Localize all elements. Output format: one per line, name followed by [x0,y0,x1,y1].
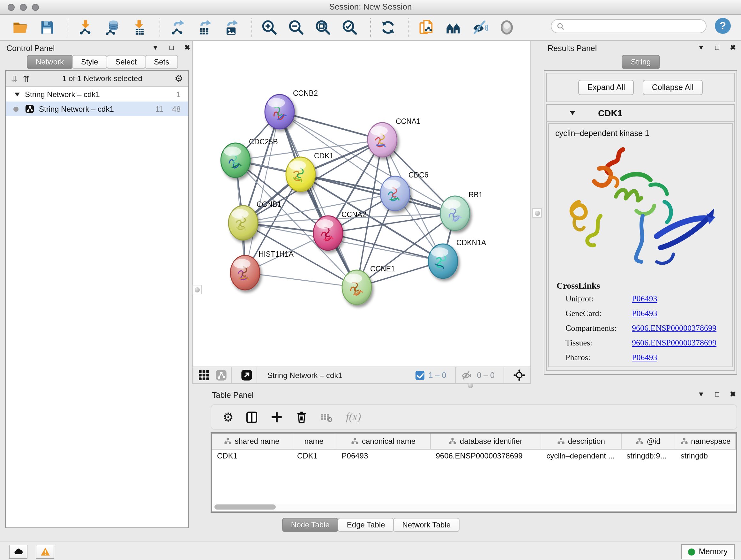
tab-network-table[interactable]: Network Table [394,518,460,532]
node-label: CCNB1 [257,200,281,208]
control-panel-close-icon[interactable]: ✖ [185,44,192,52]
cell-namespace[interactable]: stringdb [676,449,736,463]
column-header-database-identifier[interactable]: database identifier [431,434,542,449]
export-image-icon[interactable] [222,19,239,36]
column-header-name[interactable]: name [292,434,337,449]
column-header-shared-name[interactable]: shared name [212,434,292,449]
hide-selected-icon[interactable] [471,19,488,36]
column-header-canonical-name[interactable]: canonical name [337,434,431,449]
selected-items-checkbox[interactable] [416,371,425,380]
table-settings-gear-icon[interactable]: ⚙ [223,410,233,424]
show-all-icon[interactable] [498,19,515,36]
first-neighbors-icon[interactable] [444,19,461,36]
column-label: description [568,437,605,446]
expand-all-button[interactable]: Expand All [579,80,634,95]
table-panel-float-icon[interactable]: ▼ [697,390,706,398]
table-panel-close-icon[interactable]: ✖ [730,390,737,398]
cell-shared-name[interactable]: CDK1 [212,449,292,463]
expand-all-networks-icon[interactable]: ⇈ [23,74,30,83]
network-node-ccnb2[interactable]: CCNB2 [265,89,318,129]
search-input[interactable] [551,19,706,33]
refresh-icon[interactable] [379,19,396,36]
warnings-button[interactable] [36,545,54,559]
tab-sets[interactable]: Sets [145,55,178,69]
search-field[interactable] [565,20,706,33]
gene-expander-icon[interactable] [570,111,575,115]
collection-expander-icon[interactable] [15,92,20,96]
tab-select[interactable]: Select [106,55,145,69]
fit-selected-crosshair-icon[interactable] [513,369,525,381]
bottom-splitter-handle[interactable] [467,382,474,389]
column-type-icon [557,437,565,445]
network-node-cdk1[interactable]: CDK1 [286,152,333,192]
tab-style[interactable]: Style [72,55,107,69]
copy-network-icon[interactable] [417,19,434,36]
delete-column-trash-icon[interactable] [295,410,308,424]
tab-node-table[interactable]: Node Table [282,518,339,532]
column-label: namespace [691,437,731,446]
import-network-icon[interactable] [77,19,94,36]
save-session-icon[interactable] [38,19,56,36]
collection-label: String Network – cdk1 [25,90,177,99]
zoom-selected-icon[interactable] [341,19,358,36]
import-database-icon[interactable] [104,19,121,36]
network-edge[interactable] [245,112,280,273]
table-scrollbar-thumb[interactable] [214,504,276,509]
cell-description[interactable]: cyclin–dependent ... [541,449,621,463]
network-options-gear-icon[interactable]: ⚙ [175,73,183,84]
table-panel-maximize-icon[interactable]: □ [715,390,721,398]
network-row-selected[interactable]: String Network – cdk1 11 48 [6,102,188,116]
export-network-icon[interactable] [169,19,186,36]
network-node-rb1[interactable]: RB1 [441,191,483,231]
results-panel-maximize-icon[interactable]: □ [715,44,721,52]
network-node-ccne1[interactable]: CCNE1 [342,265,395,305]
crosslink-link[interactable]: P06493 [632,353,657,363]
tab-edge-table[interactable]: Edge Table [338,518,394,532]
results-panel-float-icon[interactable]: ▼ [697,44,706,52]
cell--id[interactable]: stringdb:9... [621,449,675,463]
help-icon[interactable]: ? [715,18,731,34]
detach-view-icon[interactable] [241,369,253,381]
cell-database-identifier[interactable]: 9606.ENSP00000378699 [430,449,541,463]
left-splitter-handle[interactable] [192,285,202,294]
grid-view-icon[interactable] [198,369,210,381]
crosslink-link[interactable]: P06493 [632,294,657,304]
zoom-in-icon[interactable] [260,19,278,36]
table-row[interactable]: CDK1CDK1P064939606.ENSP00000378699cyclin… [212,449,736,463]
open-session-icon[interactable] [11,19,29,36]
network-edge[interactable] [280,112,382,140]
cell-name[interactable]: CDK1 [292,449,337,463]
zoom-out-icon[interactable] [287,19,305,36]
cloud-status-button[interactable] [9,545,27,559]
control-panel-maximize-icon[interactable]: □ [170,44,175,52]
network-edge[interactable] [245,273,357,287]
right-splitter-handle[interactable] [532,208,542,218]
column-header-description[interactable]: description [541,434,621,449]
crosslink-link[interactable]: 9606.ENSP00000378699 [632,338,717,348]
column-header--id[interactable]: @id [621,434,675,449]
tab-string[interactable]: String [622,55,660,69]
network-node-ccnb1[interactable]: CCNB1 [228,200,281,240]
column-header-namespace[interactable]: namespace [676,434,736,449]
collapse-all-button[interactable]: Collapse All [643,80,703,95]
show-columns-icon[interactable] [245,410,259,424]
network-view-icon[interactable] [215,369,227,381]
export-table-icon[interactable] [195,19,212,36]
control-panel-float-icon[interactable]: ▼ [152,44,160,52]
import-table-icon[interactable] [130,19,147,36]
gene-entry-header[interactable]: CDK1 [547,105,734,122]
tab-network[interactable]: Network [27,55,73,69]
zoom-fit-icon[interactable] [314,19,331,36]
crosslink-link[interactable]: P06493 [632,308,657,319]
crosslink-link[interactable]: 9606.ENSP00000378699 [632,323,717,333]
network-collection-row[interactable]: String Network – cdk1 1 [6,87,188,102]
network-node-hist1h1a[interactable]: HIST1H1A [230,250,294,290]
memory-button[interactable]: Memory [681,544,735,559]
network-edge[interactable] [280,112,357,287]
cell-canonical-name[interactable]: P06493 [337,449,431,463]
network-canvas[interactable]: CCNB2CCNA1CDC25BCDK1CDC6RB1CCNB1CCNA2CDK… [192,41,531,367]
results-panel-close-icon[interactable]: ✖ [730,44,737,52]
network-node-cdkn1a[interactable]: CDKN1A [428,239,486,278]
collapse-all-networks-icon[interactable]: ⇊ [11,74,18,83]
add-column-icon[interactable] [270,410,283,424]
